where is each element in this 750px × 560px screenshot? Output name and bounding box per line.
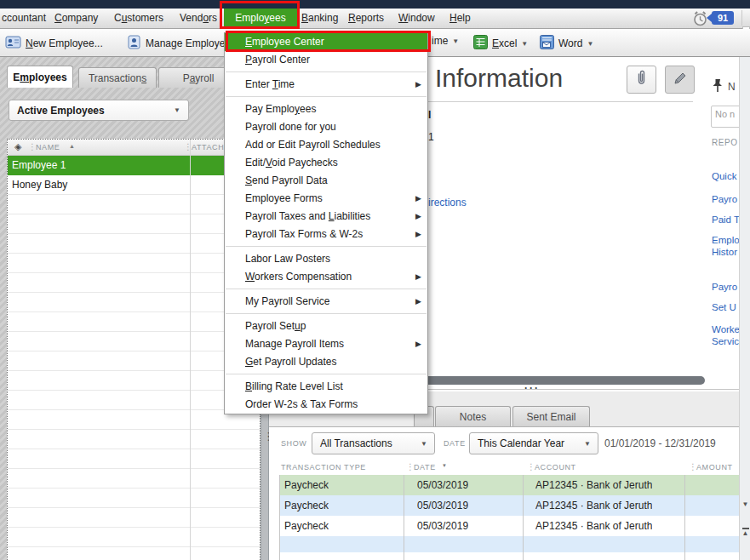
attach-file-button[interactable] [627,66,656,94]
show-filter-dropdown[interactable]: All Transactions ▼ [312,432,435,454]
menu-item-my-payroll-service[interactable]: My Payroll Service▶ [225,293,427,311]
chevron-down-icon: ▼ [584,440,591,448]
empty-row[interactable] [279,536,739,552]
employee-name: Employee 1 [12,159,66,171]
chevron-down-icon: ▼ [521,40,528,48]
scroll-top-button[interactable]: ▲ [741,528,749,537]
menu-help[interactable]: Help [449,9,471,28]
menu-banking[interactable]: Banking [301,9,338,28]
menu-item-employee-center[interactable]: Employee Center [225,33,427,51]
menu-item-add-edit-payroll-schedules[interactable]: Add or Edit Payroll Schedules [225,136,427,154]
menu-item-label: Add or Edit Payroll Schedules [245,139,381,151]
report-link-line2[interactable]: Histor [712,247,737,257]
report-link-line2[interactable]: Servic [712,336,739,346]
employee-list-body[interactable]: Honey Baby [8,175,260,560]
menu-accountant[interactable]: ccountant [2,9,46,28]
menu-item-label: Payroll done for you [245,121,336,133]
col-date[interactable]: DATE [414,463,436,471]
excel-button[interactable]: Excel ▼ [473,35,528,52]
report-link[interactable]: Paid T [712,214,740,225]
sort-desc-icon: ▼ [442,463,447,468]
scroll-top-arrow-icon: ▲ [741,530,749,537]
menu-item-manage-payroll-items[interactable]: Manage Payroll Items▶ [225,335,427,353]
attach-column-header[interactable]: ATTACH [192,143,224,151]
scroll-down-button[interactable]: ▼ [741,501,750,508]
tab-notes[interactable]: Notes [435,406,511,427]
menu-customers[interactable]: Customers [114,9,163,28]
txn-type: Paycheck [284,516,329,536]
report-link[interactable]: Worke [712,324,740,334]
employee-filter-dropdown[interactable]: Active Employees ▼ [9,100,189,121]
menu-company[interactable]: Company [54,9,98,28]
topbar-separator [741,10,742,26]
menu-item-label: Send Payroll Data [245,174,328,186]
date-filter-dropdown[interactable]: This Calendar Year ▼ [469,432,598,454]
menu-item-workers-compensation[interactable]: Workers Compensation▶ [225,268,427,286]
menu-window[interactable]: Window [398,9,435,28]
hidden-value-fragment: 1 [428,131,434,143]
report-link[interactable]: Quick [712,171,736,181]
directions-link-fragment[interactable]: irections [428,197,467,209]
employee-filter-value: Active Employees [17,105,105,117]
employees-menu-dropdown: Employee Center Payroll Center Enter Tim… [224,32,428,414]
transaction-row[interactable]: Paycheck 05/03/2019 AP12345 · Bank of Je… [279,475,739,496]
new-employee-button[interactable]: New Employee... [5,35,103,51]
report-link[interactable]: Emplo [712,235,740,245]
chevron-down-icon: ▼ [452,37,459,45]
menu-item-payroll-taxes-liabilities[interactable]: Payroll Taxes and Liabilities▶ [225,208,427,226]
menu-item-get-payroll-updates[interactable]: Get Payroll Updates [225,353,427,371]
manage-employee-icon [127,35,141,52]
menu-item-billing-rate-level-list[interactable]: Billing Rate Level List [225,378,427,396]
vertical-scrollbar[interactable]: ▼ ▲ [739,57,750,560]
menu-item-enter-time[interactable]: Enter Time▶ [225,76,427,94]
submenu-arrow-icon: ▶ [415,268,421,286]
menu-item-labor-law-posters[interactable]: Labor Law Posters [225,250,427,268]
menu-item-pay-employees[interactable]: Pay Employees [225,100,427,118]
txn-date: 05/03/2019 [417,475,468,495]
transaction-row[interactable]: Paycheck 05/03/2019 AP12345 · Bank of Je… [279,495,739,517]
menu-item-edit-void-paychecks[interactable]: Edit/Void Paychecks [225,154,427,172]
menu-item-payroll-setup[interactable]: Payroll Setup [225,317,427,335]
word-button[interactable]: Word ▼ [540,35,593,52]
transaction-row[interactable]: Paycheck 05/03/2019 AP12345 · Bank of Je… [279,516,739,537]
employee-name: Honey Baby [12,179,67,191]
name-column-header[interactable]: NAME [36,143,60,151]
employee-row-selected[interactable]: Employee 1 [8,156,260,175]
date-range-text: 01/01/2019 - 12/31/2019 [604,437,716,449]
menu-item-label: Order W-2s & Tax Forms [245,398,358,410]
employee-row[interactable]: Honey Baby [8,175,260,195]
menu-item-label: Payroll Center [245,54,310,66]
menu-reports[interactable]: Reports [348,9,384,28]
menu-item-order-w2s-tax-forms[interactable]: Order W-2s & Tax Forms [225,396,427,414]
menu-item-payroll-tax-forms-w2s[interactable]: Payroll Tax Forms & W-2s▶ [225,226,427,243]
menu-item-label: My Payroll Service [245,295,329,307]
empty-row[interactable] [279,552,739,560]
report-link[interactable]: Payro [712,282,737,292]
manage-employee-button[interactable]: Manage Employee [127,35,231,52]
menu-item-send-payroll-data[interactable]: Send Payroll Data [225,172,427,190]
edit-employee-button[interactable] [665,66,695,94]
date-filter-value: This Calendar Year [478,437,564,449]
tab-transactions[interactable]: Transactions [78,67,157,88]
col-amount[interactable]: AMOUNT [696,463,733,471]
menu-item-payroll-done-for-you[interactable]: Payroll done for you [225,118,427,136]
tab-notes-label: Notes [460,411,486,423]
menu-item-payroll-center[interactable]: Payroll Center [225,51,427,69]
menu-vendors[interactable]: Vendors [180,9,217,28]
col-account[interactable]: ACCOUNT [535,463,576,471]
menu-item-employee-forms[interactable]: Employee Forms▶ [225,190,427,208]
employee-list-header[interactable]: ◈ ⋮ NAME ▲ ⋮ ATTACH [8,140,260,156]
enter-time-button-fragment[interactable]: ime ▼ [432,35,459,47]
col-transaction-type[interactable]: TRANSACTION TYPE [281,463,366,471]
tab-employees[interactable]: Employees [7,66,73,88]
submenu-arrow-icon: ▶ [415,226,421,243]
new-employee-label: New Employee... [26,37,103,49]
reminder-count-badge[interactable]: 91 [712,11,734,25]
menu-bar: ccountant Company Customers Vendors Empl… [0,9,750,29]
report-link[interactable]: Set U [712,302,736,312]
report-link[interactable]: Payro [712,194,737,204]
menu-item-label: Employee Forms [245,192,323,204]
menu-employees[interactable]: Employees [224,9,297,28]
tab-sent-email[interactable]: Sent Email [512,406,590,427]
paperclip-icon [636,70,647,89]
